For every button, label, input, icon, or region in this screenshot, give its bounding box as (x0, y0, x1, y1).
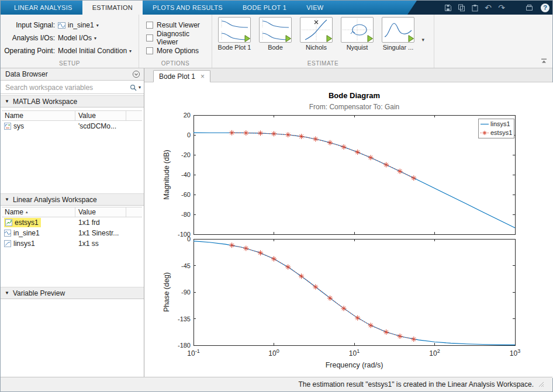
legend-entry: linsys1 (490, 120, 510, 127)
more-options-checkbox[interactable] (146, 47, 153, 54)
variable-name: linsys1 (13, 240, 35, 248)
linear-workspace-title: Linear Analysis Workspace (13, 196, 97, 204)
analysis-ios-dropdown[interactable]: Model I/Os ▾ (58, 34, 96, 42)
table-row-estsys1[interactable]: estsys1 1x1 frd (2, 217, 142, 228)
status-bar: The estimation result "estsys1" is creat… (1, 377, 552, 391)
close-tab-icon[interactable]: × (201, 73, 205, 80)
gallery-item-nichols[interactable]: Nichols (298, 17, 335, 51)
search-icon[interactable] (130, 84, 137, 91)
estimate-gallery: Bode Plot 1 Bode (216, 17, 417, 51)
svg-text:-90: -90 (181, 289, 191, 296)
diagnostic-viewer-label: Diagnostic Viewer (157, 30, 212, 46)
panel-menu-icon[interactable] (132, 70, 140, 78)
collapse-ribbon-button[interactable] (541, 57, 547, 65)
more-options-option[interactable]: More Options (146, 46, 199, 56)
tab-linear-analysis[interactable]: LINEAR ANALYSIS (4, 1, 82, 15)
data-browser-header: Data Browser (1, 68, 144, 81)
y-axis-label: Magnitude (dB) (163, 150, 171, 199)
svg-text:-40: -40 (181, 171, 191, 178)
tab-plots-and-results[interactable]: PLOTS AND RESULTS (143, 1, 233, 15)
more-options-label: More Options (157, 47, 199, 55)
run-estimation-play-icon (326, 35, 332, 42)
redo-icon[interactable]: ↷ (496, 2, 507, 13)
collapse-section-icon: ▼ (5, 99, 9, 104)
variable-value: 1x1 frd (75, 218, 126, 227)
document-tab-label: Bode Plot 1 (159, 72, 195, 81)
variable-name: estsys1 (15, 218, 39, 227)
analysis-ios-label: Analysis I/Os: (1, 34, 58, 42)
setup-section-label: SETUP (1, 60, 139, 67)
sort-ascending-icon: ▴ (26, 207, 28, 217)
table-row-in-sine1[interactable]: in_sine1 1x1 Sinestr... (2, 228, 142, 238)
resize-grip[interactable] (538, 381, 544, 387)
tab-view[interactable]: VIEW (296, 1, 333, 15)
snapshot-icon[interactable] (524, 2, 534, 13)
svg-text:-45: -45 (181, 262, 191, 269)
estimate-section-label: ESTIMATE (212, 60, 434, 67)
diagnostic-viewer-checkbox[interactable] (146, 34, 153, 41)
tab-bode-plot-1[interactable]: BODE PLOT 1 (233, 1, 296, 15)
collapse-section-icon: ▼ (5, 197, 9, 202)
linear-workspace-header[interactable]: ▼ Linear Analysis Workspace (1, 193, 144, 206)
search-input[interactable] (1, 84, 130, 92)
gallery-item-label: Bode Plot 1 (216, 44, 253, 51)
collapse-section-icon: ▼ (5, 290, 9, 296)
variable-value: 1x1 Sinestr... (75, 229, 126, 237)
paste-icon[interactable] (469, 2, 480, 13)
status-message: The estimation result "estsys1" is creat… (299, 380, 534, 388)
gallery-item-nyquist[interactable]: Nyquist (338, 17, 376, 51)
linear-workspace-table: Name▴ Value estsys1 1x1 frd in_sine1 (2, 207, 142, 249)
search-options-dropdown-icon[interactable]: ▾ (139, 85, 141, 90)
column-header-value[interactable]: Value (75, 207, 126, 217)
svg-text:0: 0 (187, 235, 191, 242)
save-icon[interactable] (443, 2, 453, 13)
ribbon: Input Signal: in_sine1 ▾ Analysis I/Os: … (1, 15, 552, 68)
estsys1-curve (232, 245, 414, 339)
diagnostic-viewer-option[interactable]: Diagnostic Viewer (146, 33, 212, 43)
quick-access-toolbar: ↶ ↷ ? (443, 1, 549, 15)
estsys1-curve (232, 133, 414, 178)
run-estimation-play-icon (367, 35, 373, 42)
chevron-down-icon: ▾ (94, 36, 96, 41)
svg-text:101: 101 (349, 348, 360, 358)
gallery-item-label: Bode (257, 44, 294, 51)
gallery-item-singular-values[interactable]: Singular ... (379, 17, 417, 51)
document-tab-bode-plot-1[interactable]: Bode Plot 1 × (153, 70, 210, 82)
column-header-extra (126, 111, 142, 120)
data-browser-panel: Data Browser ▾ ▼ MATLAB Workspace Name V… (1, 68, 144, 378)
operating-point-dropdown[interactable]: Model Initial Condition ▾ (58, 47, 132, 55)
gallery-item-label: Singular ... (379, 44, 417, 51)
tab-estimation[interactable]: ESTIMATION (82, 1, 143, 15)
table-row-linsys1[interactable]: linsys1 1x1 ss (2, 238, 142, 249)
magnitude-plot: 200-20-40-60-80-100Magnitude (dB) (163, 112, 515, 238)
phase-plot: 0-45-90-135-180Phase (deg) (163, 235, 515, 349)
input-signal-value: in_sine1 (68, 21, 94, 29)
gallery-item-label: Nyquist (338, 44, 376, 51)
input-signal-dropdown[interactable]: in_sine1 ▾ (58, 21, 99, 29)
gallery-item-bode-plot-1[interactable]: Bode Plot 1 (216, 17, 253, 51)
svg-text:20: 20 (184, 112, 191, 119)
matlab-workspace-header[interactable]: ▼ MATLAB Workspace (1, 95, 144, 107)
variable-preview-header[interactable]: ▼ Variable Preview (1, 287, 144, 299)
gallery-item-bode[interactable]: Bode (257, 17, 294, 51)
copy-icon[interactable] (456, 2, 466, 13)
variable-name: in_sine1 (13, 229, 40, 237)
column-header-value[interactable]: Value (75, 111, 126, 120)
column-header-name[interactable]: Name▴ (2, 207, 75, 217)
svg-text:-135: -135 (178, 315, 191, 322)
gallery-dropdown-icon[interactable]: ▾ (421, 37, 424, 43)
help-icon[interactable]: ? (541, 4, 549, 12)
legend[interactable]: linsys1estsys1 (478, 119, 514, 138)
collapse-ribbon-icon (541, 58, 547, 64)
column-header-name[interactable]: Name (2, 111, 75, 120)
setup-section: Input Signal: in_sine1 ▾ Analysis I/Os: … (1, 15, 139, 68)
linsys1-curve (193, 133, 515, 228)
svg-text:-180: -180 (178, 342, 191, 349)
run-estimation-play-icon (285, 35, 291, 42)
svg-text:102: 102 (429, 348, 440, 358)
input-signal-label: Input Signal: (1, 21, 58, 29)
result-viewer-option[interactable]: Result Viewer (146, 20, 200, 30)
table-row-sys[interactable]: sys 'scdDCMo... (2, 121, 142, 131)
undo-icon[interactable]: ↶ (483, 2, 493, 13)
result-viewer-checkbox[interactable] (146, 22, 153, 29)
